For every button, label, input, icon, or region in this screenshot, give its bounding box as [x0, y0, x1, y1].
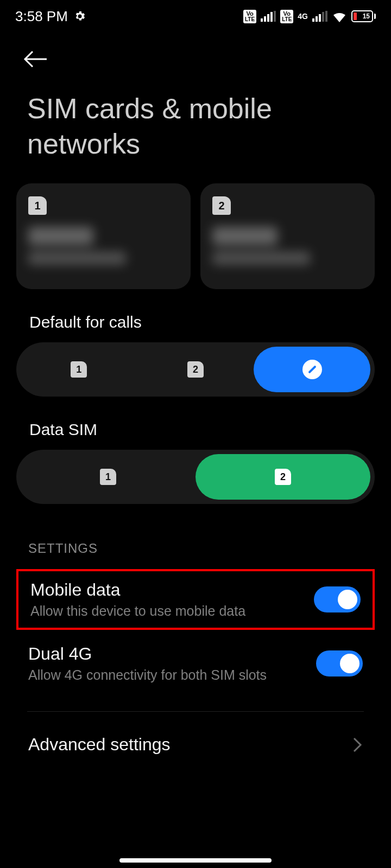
- advanced-settings-row[interactable]: Advanced settings: [0, 712, 391, 760]
- mobile-data-row[interactable]: Mobile data Allow this device to use mob…: [16, 569, 375, 630]
- svg-rect-9: [325, 11, 327, 22]
- svg-rect-2: [267, 14, 269, 22]
- network-4g-label: 4G: [298, 12, 308, 20]
- mobile-data-subtitle: Allow this device to use mobile data: [30, 603, 245, 619]
- default-calls-none[interactable]: [254, 347, 370, 392]
- signal-icon: [261, 11, 276, 22]
- page-title: SIM cards & mobile networks: [0, 75, 391, 183]
- sim-chip-icon: 1: [71, 361, 87, 378]
- dual-4g-subtitle: Allow 4G connectivity for both SIM slots: [28, 667, 267, 683]
- volte-icon-2: VoLTE: [280, 10, 293, 23]
- data-sim-selector: 1 2: [16, 450, 375, 504]
- data-sim-sim1[interactable]: 1: [21, 454, 195, 500]
- gear-icon: [73, 10, 86, 23]
- dual-4g-toggle[interactable]: [316, 650, 363, 676]
- sim-card-1[interactable]: 1: [16, 183, 191, 289]
- not-set-icon: [302, 360, 322, 379]
- sim-chip-icon: 2: [212, 196, 231, 215]
- dual-4g-row[interactable]: Dual 4G Allow 4G connectivity for both S…: [0, 632, 391, 695]
- sim-chip-icon: 1: [28, 196, 47, 215]
- svg-rect-0: [261, 18, 263, 22]
- svg-rect-7: [319, 14, 321, 22]
- status-time: 3:58 PM: [15, 8, 68, 25]
- wifi-icon: [332, 10, 347, 22]
- volte-icon: VoLTE: [243, 10, 256, 23]
- chevron-right-icon: [352, 736, 363, 754]
- sim-chip-icon: 2: [187, 361, 204, 378]
- advanced-settings-label: Advanced settings: [28, 735, 171, 755]
- default-calls-sim1[interactable]: 1: [21, 347, 137, 392]
- dual-4g-title: Dual 4G: [28, 644, 267, 664]
- data-sim-sim2[interactable]: 2: [195, 454, 370, 500]
- home-indicator[interactable]: [119, 858, 272, 863]
- sim-chip-icon: 2: [275, 469, 291, 485]
- svg-rect-8: [322, 12, 324, 22]
- signal-icon-2: [312, 11, 327, 22]
- battery-percent: 15: [363, 12, 370, 20]
- sim1-details-redacted: [28, 227, 179, 278]
- sim-card-2[interactable]: 2: [200, 183, 375, 289]
- data-sim-label: Data SIM: [0, 397, 391, 450]
- default-calls-sim2[interactable]: 2: [137, 347, 254, 392]
- status-bar: 3:58 PM VoLTE VoLTE 4G 15: [0, 0, 391, 33]
- mobile-data-title: Mobile data: [30, 580, 245, 600]
- default-calls-label: Default for calls: [0, 289, 391, 342]
- settings-header: SETTINGS: [0, 504, 391, 566]
- svg-rect-4: [274, 11, 276, 22]
- svg-rect-6: [316, 16, 318, 22]
- svg-rect-1: [264, 16, 266, 22]
- sim-chip-icon: 1: [100, 469, 116, 485]
- sim2-details-redacted: [212, 227, 363, 278]
- default-calls-selector: 1 2: [16, 342, 375, 397]
- mobile-data-toggle[interactable]: [314, 586, 361, 612]
- back-button[interactable]: [23, 49, 368, 69]
- battery-icon: 15: [351, 10, 376, 22]
- svg-rect-3: [270, 12, 273, 22]
- svg-rect-5: [312, 18, 314, 22]
